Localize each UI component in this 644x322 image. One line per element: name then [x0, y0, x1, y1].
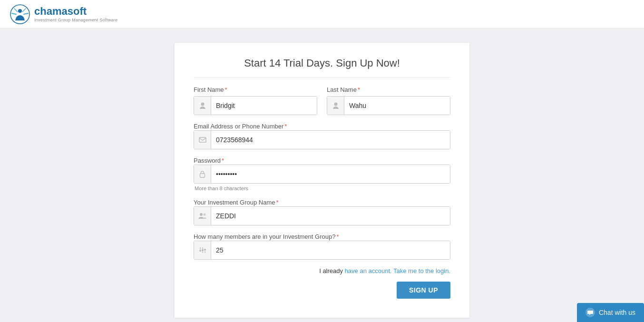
svg-point-15 [202, 249, 204, 251]
logo-icon [10, 4, 30, 25]
members-input[interactable] [211, 241, 450, 259]
svg-point-0 [10, 5, 29, 24]
group-name-input[interactable] [211, 207, 450, 225]
password-input[interactable] [211, 165, 450, 183]
svg-point-6 [201, 103, 204, 106]
lock-icon [194, 165, 211, 183]
svg-line-5 [22, 9, 26, 12]
members-label: How many members are in your Investment … [194, 233, 339, 240]
svg-line-3 [24, 13, 28, 14]
main-content: Start 14 Trial Days. Sign Up Now! First … [0, 29, 644, 322]
group-icon [194, 207, 211, 225]
svg-rect-9 [200, 174, 205, 177]
group-name-group: Your Investment Group Name* [194, 198, 450, 225]
first-name-label: First Name* [194, 86, 317, 93]
first-name-input[interactable] [211, 97, 317, 115]
email-input[interactable] [211, 131, 450, 149]
sliders-icon [194, 241, 211, 259]
svg-line-4 [14, 9, 18, 12]
svg-point-7 [334, 103, 337, 106]
logo-tagline: Investment Group Management Software [34, 18, 117, 22]
svg-line-2 [12, 13, 16, 14]
group-name-label: Your Investment Group Name* [194, 199, 279, 206]
first-name-group: First Name* [194, 86, 317, 115]
page-title: Start 14 Trial Days. Sign Up Now! [194, 57, 450, 78]
already-account-text: I already [319, 267, 344, 274]
svg-point-17 [204, 249, 206, 251]
login-link-row: I already have an account. Take me to th… [194, 266, 450, 275]
last-name-input[interactable] [344, 97, 450, 115]
svg-point-16 [199, 250, 201, 252]
members-input-wrapper [194, 241, 450, 260]
svg-point-10 [200, 213, 203, 216]
first-name-required: * [225, 86, 227, 93]
person-icon-first [194, 97, 211, 115]
login-link[interactable]: have an account. Take me to the login. [345, 267, 450, 274]
last-name-input-wrapper [327, 96, 450, 115]
password-required: * [222, 157, 224, 164]
password-input-wrapper [194, 165, 450, 184]
svg-point-11 [203, 214, 205, 216]
logo-area: chamasoft Investment Group Management So… [10, 4, 117, 25]
members-required: * [336, 233, 339, 240]
chat-label: Chat with us [599, 309, 635, 316]
svg-point-1 [18, 9, 22, 13]
password-group: Password* More than 8 characters [194, 156, 450, 191]
envelope-icon [194, 131, 211, 149]
person-icon-last [327, 97, 344, 115]
email-input-wrapper [194, 130, 450, 149]
members-group: How many members are in your Investment … [194, 232, 450, 260]
signup-btn-row: SIGN UP [194, 282, 450, 299]
last-name-required: * [358, 86, 360, 93]
password-label: Password* [194, 157, 224, 164]
email-group: Email Address or Phone Number* [194, 122, 450, 149]
chat-bubble-icon [585, 308, 595, 317]
signup-button[interactable]: SIGN UP [397, 282, 450, 299]
email-label: Email Address or Phone Number* [194, 123, 287, 130]
logo-text-area: chamasoft Investment Group Management So… [34, 6, 117, 22]
email-required: * [284, 123, 287, 130]
group-name-input-wrapper [194, 206, 450, 225]
last-name-group: Last Name* [327, 86, 450, 115]
name-row: First Name* Last Name* [194, 86, 450, 115]
password-hint: More than 8 characters [195, 185, 450, 191]
logo-name: chamasoft [34, 6, 117, 17]
chat-widget[interactable]: Chat with us [577, 303, 644, 322]
first-name-input-wrapper [194, 96, 317, 115]
svg-rect-8 [199, 137, 206, 142]
group-name-required: * [276, 199, 279, 206]
navbar: chamasoft Investment Group Management So… [0, 0, 644, 29]
last-name-label: Last Name* [327, 86, 450, 93]
signup-card: Start 14 Trial Days. Sign Up Now! First … [175, 43, 469, 318]
